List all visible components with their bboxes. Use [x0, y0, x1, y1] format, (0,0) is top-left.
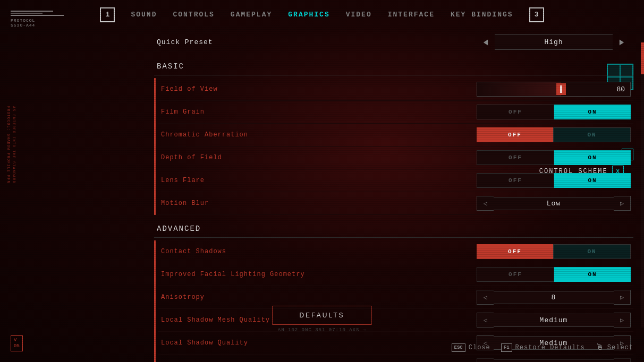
facial-lighting-row: Improved Facial Lighting Geometry OFF ON: [158, 263, 633, 286]
film-grain-off[interactable]: OFF: [477, 105, 554, 119]
quick-preset-control: High: [477, 35, 631, 50]
chromatic-on[interactable]: ON: [553, 127, 631, 142]
fov-row: Field of View 80: [158, 78, 633, 101]
lens-flare-toggle[interactable]: OFF ON: [477, 173, 631, 188]
scrollbar[interactable]: [641, 42, 644, 327]
svg-marker-1: [620, 39, 624, 45]
dof-row: Depth of Field OFF ON: [158, 146, 633, 169]
lens-flare-on[interactable]: ON: [554, 173, 631, 188]
anisotropy-control[interactable]: ◁ 8 ▷: [477, 290, 631, 305]
bottom-coords: AN 102 ONC 351 07:10 AXS →: [278, 327, 366, 333]
anisotropy-right[interactable]: ▷: [614, 290, 631, 305]
shadow-mesh-row: Local Shadow Mesh Quality ◁ Medium ▷: [158, 309, 633, 332]
scroll-thumb[interactable]: [641, 42, 644, 74]
motion-blur-row: Motion Blur ◁ Low ▷: [158, 192, 633, 215]
anisotropy-value: 8: [494, 291, 614, 304]
mouse-icon: 🖱: [596, 342, 604, 352]
chromatic-row: Chromatic Aberration OFF ON: [158, 124, 633, 146]
nav-controls[interactable]: CONTROLS: [173, 11, 214, 19]
motion-blur-control[interactable]: ◁ Low ▷: [477, 196, 631, 211]
fov-slider[interactable]: 80: [477, 82, 631, 97]
lens-flare-row: Lens Flare OFF ON: [158, 169, 633, 192]
nav-gameplay[interactable]: GAMEPLAY: [231, 11, 272, 19]
chromatic-off[interactable]: OFF: [477, 127, 553, 142]
fov-value: 80: [616, 85, 625, 93]
preset-left-arrow[interactable]: [477, 36, 495, 49]
contact-shadows-row: Contact Shadows OFF ON: [158, 240, 633, 263]
shadow-mesh-value: Medium: [494, 314, 614, 327]
close-label: Close: [469, 344, 490, 351]
facial-lighting-off[interactable]: OFF: [477, 267, 554, 282]
motion-blur-right[interactable]: ▷: [614, 196, 631, 211]
nav-video[interactable]: VIDEO: [346, 11, 372, 19]
select-action[interactable]: 🖱 Select: [596, 342, 633, 352]
nav-badge-right: 3: [529, 7, 544, 22]
svg-marker-0: [484, 39, 488, 45]
film-grain-toggle[interactable]: OFF ON: [477, 105, 631, 119]
facial-lighting-on[interactable]: ON: [554, 267, 631, 282]
nav-sound[interactable]: SOUND: [131, 11, 157, 19]
advanced-section-header: Advanced: [154, 220, 633, 238]
nav-graphics[interactable]: GRAPHICS: [288, 11, 329, 19]
nav-keybindings[interactable]: KEY BINDINGS: [451, 11, 513, 19]
motion-blur-left[interactable]: ◁: [477, 196, 494, 211]
quick-preset-row: Quick Preset High: [154, 35, 633, 50]
lens-flare-off[interactable]: OFF: [477, 173, 554, 188]
dof-on[interactable]: ON: [554, 150, 631, 165]
basic-section-header: Basic: [154, 58, 633, 75]
basic-settings: Field of View 80 Film Grain OFF ON Chrom…: [154, 78, 633, 215]
film-grain-row: Film Grain OFF ON: [158, 101, 633, 124]
preset-value: High: [495, 35, 613, 50]
main-panel: Quick Preset High Basic Field of View 80: [154, 35, 633, 327]
nav-badge-left: 1: [100, 7, 115, 22]
quick-preset-label: Quick Preset: [157, 38, 213, 46]
contact-shadows-on[interactable]: ON: [553, 244, 631, 259]
bottom-bar: ESC Close F1 Restore Defaults 🖱 Select: [0, 333, 644, 362]
select-label: Select: [607, 344, 633, 351]
f1-key: F1: [501, 343, 512, 352]
motion-blur-value: Low: [494, 197, 614, 210]
nav-interface[interactable]: INTERFACE: [388, 11, 435, 19]
facial-lighting-toggle[interactable]: OFF ON: [477, 267, 631, 282]
dof-off[interactable]: OFF: [477, 150, 554, 165]
preset-right-arrow[interactable]: [613, 36, 631, 49]
esc-key: ESC: [452, 343, 465, 352]
anisotropy-row: Anisotropy ◁ 8 ▷: [158, 286, 633, 309]
shadow-mesh-right[interactable]: ▷: [614, 313, 631, 327]
side-text: AS ENTERED INTO THE STANDARD PROTOCOL: S…: [5, 106, 16, 184]
chromatic-toggle[interactable]: OFF ON: [477, 127, 631, 142]
top-nav: 1 SOUND CONTROLS GAMEPLAY GRAPHICS VIDEO…: [0, 0, 644, 29]
left-panel: PROTOCOL 5530-A44 AS ENTERED INTO THE ST…: [0, 0, 149, 362]
contact-shadows-off[interactable]: OFF: [477, 244, 553, 259]
restore-defaults-label: Restore Defaults: [515, 344, 585, 351]
contact-shadows-toggle[interactable]: OFF ON: [477, 244, 631, 259]
dof-toggle[interactable]: OFF ON: [477, 150, 631, 165]
shadow-mesh-control[interactable]: ◁ Medium ▷: [477, 313, 631, 327]
chevron-left-icon: [482, 39, 489, 46]
anisotropy-left[interactable]: ◁: [477, 290, 494, 305]
close-action[interactable]: ESC Close: [452, 343, 490, 352]
shadow-mesh-left[interactable]: ◁: [477, 313, 494, 327]
film-grain-on[interactable]: ON: [554, 105, 631, 119]
chevron-right-icon: [618, 39, 625, 46]
restore-defaults-action[interactable]: F1 Restore Defaults: [501, 343, 585, 352]
defaults-button[interactable]: DEFAULTS: [272, 306, 371, 325]
